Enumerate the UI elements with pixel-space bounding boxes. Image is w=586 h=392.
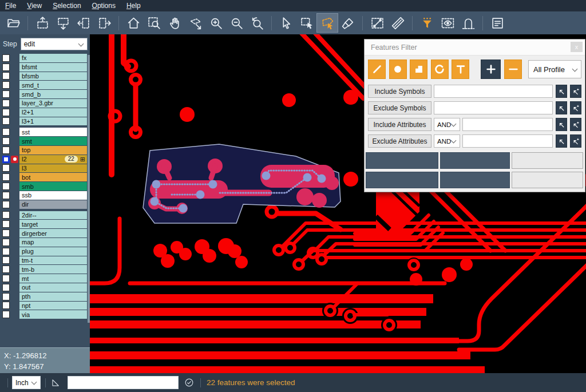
layer-checkbox[interactable] (2, 100, 10, 107)
pick-add-from-canvas-button[interactable] (570, 134, 581, 148)
layer-row[interactable]: pth (1, 292, 87, 301)
layer-cell[interactable]: plug (19, 247, 87, 256)
and-operator-select[interactable]: AND (434, 134, 460, 148)
layer-row[interactable]: sst (1, 128, 87, 136)
layer-row[interactable]: smd_b (1, 90, 87, 98)
toolbar-button-measure-ruler[interactable] (387, 14, 408, 32)
toolbar-button-select-arrow[interactable] (276, 14, 296, 32)
layer-row[interactable]: tm-b (1, 265, 87, 274)
layer-checkbox[interactable] (2, 284, 10, 291)
filter-row-label-button[interactable]: Exclude Symbols (368, 101, 431, 114)
layer-cell[interactable]: ssb (19, 191, 87, 200)
layer-checkbox[interactable] (2, 72, 10, 80)
and-operator-select[interactable]: AND (434, 118, 460, 131)
layer-checkbox[interactable] (2, 311, 10, 318)
layer-row[interactable]: mt (1, 274, 87, 283)
filter-row-input[interactable] (434, 85, 553, 98)
dialog-action-button[interactable] (366, 172, 438, 188)
toolbar-button-zoom-window[interactable] (144, 14, 164, 32)
layer-cell[interactable]: bfsmt (19, 63, 87, 72)
layer-row[interactable]: via (1, 310, 87, 319)
layer-row[interactable]: ssb (1, 191, 87, 200)
layer-row[interactable]: top (1, 146, 87, 155)
step-select[interactable]: edit (21, 38, 88, 50)
menu-item[interactable]: File (5, 2, 16, 10)
layer-cell[interactable]: bot (19, 173, 87, 181)
layer-checkbox[interactable] (2, 156, 10, 163)
layer-cell[interactable]: fx (19, 54, 87, 62)
layer-row[interactable]: out (1, 283, 87, 292)
close-icon[interactable]: x (571, 42, 583, 52)
layer-cell[interactable]: l2+1 (19, 108, 87, 117)
filter-row-label-button[interactable]: Include Attributes (368, 118, 431, 131)
toolbar-button-zoom-dynamic[interactable] (185, 14, 205, 32)
layer-checkbox[interactable] (2, 109, 10, 116)
sync-check-icon[interactable] (184, 377, 195, 388)
layer-checkbox[interactable] (2, 54, 10, 62)
toolbar-button-home-view[interactable] (123, 14, 144, 32)
filter-row-input[interactable] (434, 101, 553, 114)
toolbar-button-zoom-in[interactable] (205, 14, 226, 32)
layer-cell[interactable]: npt (19, 302, 87, 310)
layer-checkbox[interactable] (2, 173, 10, 181)
layer-row[interactable]: smb (1, 182, 87, 191)
layer-row[interactable]: dir (1, 200, 87, 209)
layer-row[interactable]: l2+1 (1, 108, 87, 117)
layer-cell[interactable]: target (19, 220, 87, 228)
corner-angle-icon[interactable] (50, 377, 61, 388)
layer-cell[interactable]: 2dir-- (19, 211, 87, 220)
layer-row[interactable]: 2dir-- (1, 211, 87, 220)
layer-checkbox[interactable] (2, 256, 10, 264)
filter-row-label-button[interactable]: Exclude Attributes (368, 134, 431, 148)
toolbar-button-pan-right[interactable] (94, 14, 114, 32)
filter-type-text-button[interactable] (452, 60, 469, 79)
layer-row[interactable]: npt (1, 302, 87, 310)
layer-checkbox[interactable] (2, 229, 10, 237)
toolbar-button-zoom-out[interactable] (226, 14, 247, 32)
pick-from-canvas-button[interactable] (556, 85, 567, 98)
layer-cell[interactable]: dirgerber (19, 229, 87, 237)
dialog-action-button[interactable] (512, 172, 583, 188)
layer-row[interactable]: l3+1 (1, 117, 87, 126)
command-input[interactable] (68, 376, 179, 389)
layer-cell[interactable]: mt (19, 274, 87, 283)
filter-type-line-button[interactable] (368, 60, 386, 79)
layer-row[interactable]: bot (1, 173, 87, 181)
layer-cell[interactable]: out (19, 283, 87, 292)
pick-from-canvas-button[interactable] (556, 118, 567, 131)
layer-cell[interactable]: layer_3.gbr (19, 99, 87, 108)
layer-cell[interactable]: smt (19, 137, 87, 145)
layer-checkbox[interactable] (2, 220, 10, 228)
dialog-title-bar[interactable]: Features Filter (365, 39, 585, 56)
layer-cell[interactable]: tm-t (19, 256, 87, 265)
layer-row[interactable]: plug (1, 247, 87, 256)
pick-from-canvas-button[interactable] (556, 101, 567, 114)
layer-cell[interactable]: pth (19, 292, 87, 301)
layer-row[interactable]: smt (1, 137, 87, 145)
menu-item[interactable]: Help (126, 2, 141, 10)
layer-checkbox[interactable] (2, 293, 10, 300)
pick-add-from-canvas-button[interactable] (570, 101, 581, 114)
menu-item[interactable]: Selection (53, 2, 81, 10)
layer-row[interactable]: map (1, 238, 87, 247)
toolbar-button-snap-magnet[interactable] (458, 14, 478, 32)
layer-cell[interactable]: smb (19, 182, 87, 191)
layer-checkbox[interactable] (2, 266, 10, 273)
toolbar-button-open-folder[interactable] (3, 14, 23, 32)
pick-add-from-canvas-button[interactable] (570, 85, 581, 98)
layer-cell[interactable]: smd_t (19, 81, 87, 89)
filter-row-input[interactable] (462, 118, 553, 131)
layer-checkbox[interactable] (2, 164, 10, 172)
layer-checkbox[interactable] (2, 201, 10, 208)
toolbar-button-measure-line[interactable] (367, 14, 387, 32)
toolbar-button-pan-down[interactable] (53, 14, 73, 32)
pick-from-canvas-button[interactable] (556, 134, 567, 148)
layer-row[interactable]: l3 (1, 164, 87, 173)
filter-type-surface-button[interactable] (410, 60, 427, 79)
filter-row-input[interactable] (462, 134, 553, 148)
toolbar-button-layer-list[interactable] (487, 14, 508, 32)
toolbar-button-pan-up[interactable] (32, 14, 53, 32)
dialog-action-button[interactable] (440, 152, 510, 169)
layer-checkbox[interactable] (2, 239, 10, 246)
layer-checkbox[interactable] (2, 302, 10, 309)
